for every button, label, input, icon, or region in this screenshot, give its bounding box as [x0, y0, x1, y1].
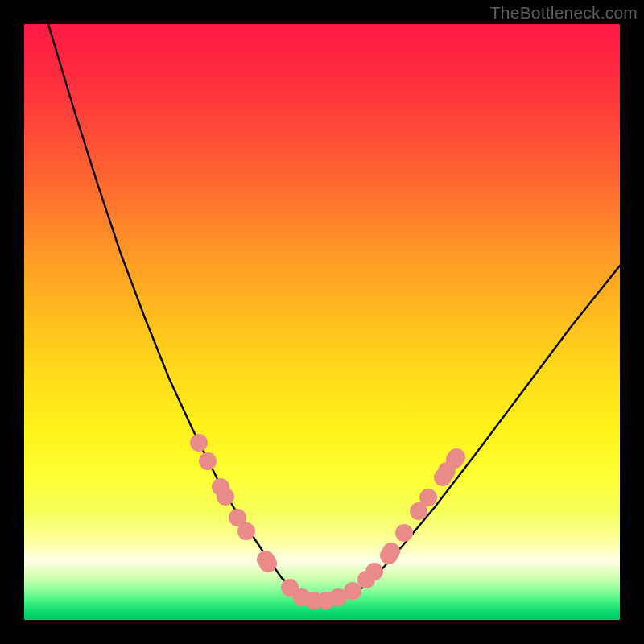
svg-point-20 — [419, 489, 437, 506]
svg-point-13 — [344, 582, 361, 600]
svg-point-24 — [448, 448, 465, 466]
svg-point-18 — [395, 524, 413, 542]
svg-point-17 — [382, 543, 400, 560]
svg-point-15 — [365, 563, 383, 580]
plot-area — [24, 24, 620, 620]
chart-svg — [24, 24, 620, 620]
curve-line — [48, 24, 620, 602]
watermark-label: TheBottleneck.com — [490, 3, 638, 23]
svg-point-3 — [217, 488, 234, 506]
svg-point-1 — [199, 452, 217, 470]
marker-dots — [190, 434, 465, 609]
svg-point-7 — [259, 555, 277, 572]
chart-frame: TheBottleneck.com — [0, 0, 644, 644]
svg-point-5 — [237, 522, 255, 540]
svg-point-0 — [190, 434, 208, 452]
